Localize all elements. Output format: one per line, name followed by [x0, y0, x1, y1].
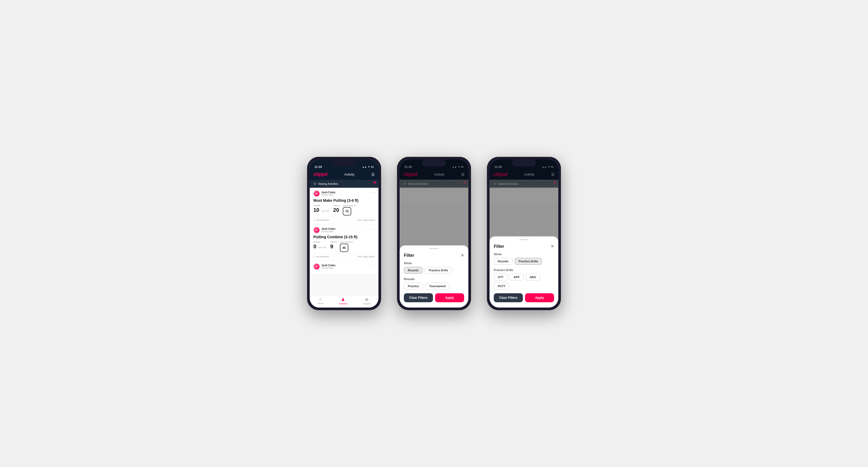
user-name-2: Josh Coles — [321, 227, 335, 230]
rounds-filter-buttons-2: Practice Tournament — [404, 283, 464, 289]
modal-sheet-2: Filter ✕ Show Rounds Practice Drills Rou… — [400, 245, 468, 308]
close-btn-3[interactable]: ✕ — [551, 244, 554, 249]
shots-label-1: Shots — [333, 205, 340, 207]
score-label-2: Score — [313, 241, 327, 243]
shots-value-2: 9 — [330, 244, 333, 249]
modal-sheet-3: Filter ✕ Show Rounds Practice Drills Pra… — [490, 237, 558, 308]
user-info-1: JC Josh Coles 28 Feb 2023 — [313, 190, 335, 197]
more-dots-1[interactable]: ··· — [372, 190, 375, 194]
stats-row-1: Score 10 OUT OF Shots 20 Shot Quality 75 — [313, 205, 375, 216]
data-source-1: Data: Clippd Capture — [358, 219, 375, 221]
apply-btn-3[interactable]: Apply — [525, 293, 554, 302]
arg-btn-3[interactable]: ARG — [526, 274, 540, 281]
menu-icon-1[interactable]: ☰ — [371, 173, 375, 177]
drills-filter-buttons-3: OTT APP ARG PUTT — [494, 274, 554, 289]
shots-stat-1: Shots 20 — [333, 205, 340, 213]
avatar-2: JC — [313, 227, 320, 233]
notch-3 — [512, 159, 536, 166]
battery-icon: 51 — [371, 165, 374, 168]
phone-1-inner: 11:33 ▲▲ ✦ 51 clippd Activity ☰ ⚙ Viewin… — [310, 159, 378, 308]
info-icon-1: ⓘ — [313, 219, 315, 221]
shot-quality-stat-2: Shot Quality 45 — [340, 241, 353, 252]
rounds-section-label-2: Rounds — [404, 277, 464, 281]
ott-btn-3[interactable]: OTT — [494, 274, 507, 281]
capture-label-1: Capture — [363, 303, 371, 305]
out-of-1: OUT OF — [321, 210, 329, 212]
user-date-2: 28 Feb 2023 — [321, 230, 335, 233]
rounds-show-btn-2[interactable]: Rounds — [404, 267, 423, 274]
card-header-3: JC Josh Coles 28 Feb 2023 ··· — [313, 263, 375, 270]
nav-capture-1[interactable]: ⊕ Capture — [363, 297, 371, 305]
modal-handle-2 — [429, 248, 439, 249]
shot-quality-badge-1: 75 — [343, 207, 351, 216]
home-icon-1: ⌂ — [319, 297, 322, 302]
test-info-1: Test Information — [316, 219, 329, 221]
more-dots-2[interactable]: ··· — [372, 227, 375, 230]
activities-icon-1: ♟ — [341, 297, 345, 302]
shot-quality-badge-2: 45 — [340, 244, 348, 252]
show-filter-buttons-3: Rounds Practice Drills — [494, 258, 554, 265]
activity-title-2: Putting Combine (3-15 ft) — [313, 235, 375, 239]
avatar-1: JC — [313, 190, 320, 197]
header-title-1: Activity — [344, 173, 354, 176]
status-time-1: 11:33 — [314, 165, 322, 168]
out-of-2: OUT OF — [318, 246, 327, 249]
practice-drills-section-label-3: Practice Drills — [494, 269, 554, 272]
wifi-icon: ✦ — [368, 165, 370, 168]
modal-footer-2: Clear Filters Apply — [404, 293, 464, 302]
signal-icon: ▲▲ — [362, 165, 367, 168]
modal-title-3: Filter — [494, 244, 504, 249]
activity-title-1: Must Make Putting (3-6 ft) — [313, 198, 375, 203]
practice-drills-show-btn-3[interactable]: Practice Drills — [515, 258, 542, 265]
user-date-3: 28 Feb 2023 — [321, 267, 335, 269]
practice-btn-2[interactable]: Practice — [404, 283, 423, 289]
footer-left-1: ⓘ Test Information — [313, 219, 329, 221]
nav-home-1[interactable]: ⌂ Home — [318, 297, 323, 305]
practice-drills-show-btn-2[interactable]: Practice Drills — [425, 267, 452, 274]
shot-quality-stat-1: Shot Quality 75 — [343, 205, 356, 216]
more-dots-3[interactable]: ··· — [372, 263, 375, 267]
rounds-show-btn-3[interactable]: Rounds — [494, 258, 513, 265]
viewing-dot-1 — [374, 181, 376, 184]
app-header-1: clippd Activity ☰ — [310, 170, 378, 180]
app-btn-3[interactable]: APP — [509, 274, 524, 281]
shots-value-1: 20 — [333, 207, 339, 213]
footer-left-2: ⓘ Test Information — [313, 255, 329, 258]
info-icon-2: ⓘ — [313, 255, 315, 258]
clear-filters-btn-3[interactable]: Clear Filters — [494, 293, 523, 302]
user-details-1: Josh Coles 28 Feb 2023 — [321, 191, 335, 196]
tournament-btn-2[interactable]: Tournament — [425, 283, 450, 289]
modal-overlay-3: Filter ✕ Show Rounds Practice Drills Pra… — [490, 159, 558, 308]
modal-header-2: Filter ✕ — [404, 253, 464, 258]
data-source-2: Data: Clippd Capture — [358, 256, 375, 257]
notch-2 — [422, 159, 446, 166]
modal-overlay-2: Filter ✕ Show Rounds Practice Drills Rou… — [400, 159, 468, 308]
apply-btn-2[interactable]: Apply — [435, 293, 464, 302]
clear-filters-btn-2[interactable]: Clear Filters — [404, 293, 433, 302]
capture-icon-1: ⊕ — [365, 297, 368, 302]
user-details-2: Josh Coles 28 Feb 2023 — [321, 227, 335, 233]
user-info-2: JC Josh Coles 28 Feb 2023 — [313, 227, 335, 233]
modal-title-2: Filter — [404, 253, 414, 258]
viewing-bar-1[interactable]: ⚙ Viewing Activities — [310, 180, 378, 188]
home-label-1: Home — [318, 302, 323, 305]
phone-3: 11:33 ▲▲ ✦ 51 clippd Activity ☰ ⚙ Viewin… — [487, 157, 561, 310]
user-name-1: Josh Coles — [321, 191, 335, 194]
shot-quality-label-2: Shot Quality — [340, 241, 353, 243]
card-header-2: JC Josh Coles 28 Feb 2023 ··· — [313, 227, 375, 233]
score-stat-1: Score 10 OUT OF — [313, 205, 330, 213]
show-label-2: Show — [404, 261, 464, 265]
phone-3-inner: 11:33 ▲▲ ✦ 51 clippd Activity ☰ ⚙ Viewin… — [490, 159, 558, 308]
score-label-1: Score — [313, 205, 330, 207]
activity-card-2: JC Josh Coles 28 Feb 2023 ··· Putting Co… — [310, 224, 378, 261]
close-btn-2[interactable]: ✕ — [461, 253, 464, 258]
card-footer-1: ⓘ Test Information Data: Clippd Capture — [313, 217, 375, 221]
score-stat-2: Score 0 OUT OF — [313, 241, 327, 250]
activity-card-3: JC Josh Coles 28 Feb 2023 ··· — [310, 261, 378, 274]
card-footer-2: ⓘ Test Information Data: Clippd Capture — [313, 254, 375, 258]
activity-list-1: JC Josh Coles 28 Feb 2023 ··· Must Make … — [310, 188, 378, 295]
user-details-3: Josh Coles 28 Feb 2023 — [321, 264, 335, 269]
nav-activities-1[interactable]: ♟ Activities — [339, 297, 347, 305]
putt-btn-3[interactable]: PUTT — [494, 283, 509, 289]
show-label-3: Show — [494, 253, 554, 256]
